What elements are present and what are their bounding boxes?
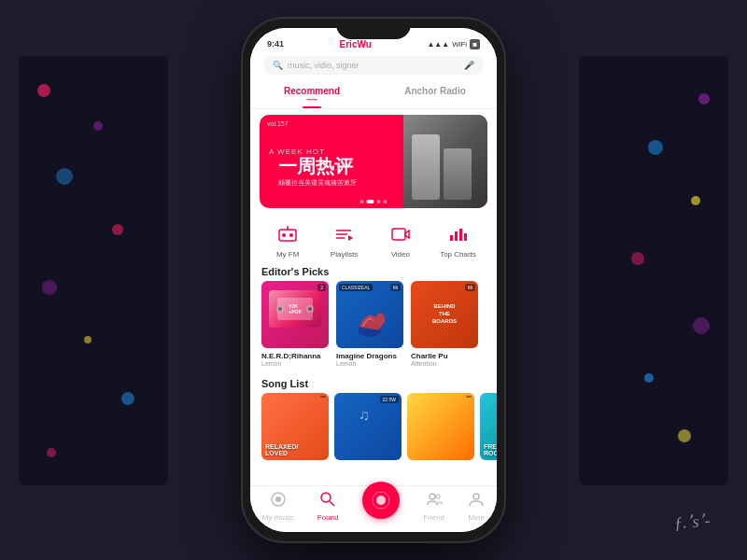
banner-pagination: [360, 200, 388, 203]
nav-item-found[interactable]: Found: [317, 491, 339, 522]
svg-point-21: [376, 496, 386, 505]
friend-icon: [426, 491, 443, 511]
status-time: 9:41: [267, 39, 284, 49]
nav-label-found: Found: [317, 513, 339, 522]
search-input[interactable]: music, vidio, signer: [288, 61, 459, 70]
svg-point-18: [321, 493, 331, 502]
pick-cover-2: CLASSIZEAL Mi: [336, 281, 403, 348]
quick-label-myfm: My FM: [276, 250, 299, 259]
dot: [56, 168, 73, 185]
nav-item-play[interactable]: [362, 495, 400, 519]
dot: [121, 392, 134, 405]
quick-item-playlists[interactable]: Playlists: [327, 221, 360, 259]
song-card-3[interactable]: [407, 393, 474, 460]
dot: [84, 336, 92, 343]
pick-item-2[interactable]: CLASSIZEAL Mi Imagine Dragons Lemon: [336, 281, 403, 367]
tab-wave-icon: 〜〜: [250, 96, 374, 105]
song-card-4[interactable]: FREEZINGROCK: [480, 393, 497, 460]
dot: [93, 121, 103, 131]
search-bar[interactable]: 🔍 music, vidio, signer 🎤: [263, 56, 484, 75]
svg-rect-12: [459, 229, 462, 241]
pick-cover-3: Mi BEHINDTHEBOARDS: [411, 281, 478, 348]
pick-cover-1: Y2K+POP 2: [261, 281, 329, 348]
nav-item-friend[interactable]: Friend: [423, 491, 444, 522]
svg-point-24: [473, 494, 479, 499]
pick-item-3[interactable]: Mi BEHINDTHEBOARDS Charlie Pu Attention: [411, 281, 478, 367]
tab-anchor-radio[interactable]: Anchor Radio: [374, 80, 497, 108]
play-button[interactable]: [362, 482, 400, 519]
right-dot-panel: [579, 56, 728, 485]
svg-rect-11: [455, 231, 458, 241]
dot: [644, 373, 654, 383]
dot: [648, 140, 663, 155]
scroll-spacer: [250, 468, 497, 483]
banner-dot: [384, 200, 388, 203]
banner-dot: [377, 200, 381, 203]
banner-subtitle: 颠覆担当美谱灵魂痛苦漱牙: [269, 178, 487, 188]
nav-label-mymusic: My music: [262, 513, 294, 522]
search-icon: 🔍: [273, 61, 283, 70]
nav-label-mine: Mine: [469, 513, 485, 522]
quick-item-charts[interactable]: Top Charts: [440, 221, 476, 259]
phone-frame: 9:41 EricWu ▲▲▲ WiFi ■ 🔍 music, vidio, s…: [243, 19, 504, 541]
quick-label-playlists: Playlists: [331, 250, 358, 259]
phone-screen: 9:41 EricWu ▲▲▲ WiFi ■ 🔍 music, vidio, s…: [250, 28, 497, 532]
pick-tag-2: CLASSIZEAL: [339, 284, 373, 291]
song-card-label-4: FREEZINGROCK: [484, 443, 497, 456]
cassette-reel-left: [276, 305, 284, 313]
microphone-icon[interactable]: 🎤: [464, 61, 474, 70]
mymusic-icon: [270, 491, 287, 511]
quick-item-video[interactable]: Video: [384, 221, 417, 259]
nav-item-mine[interactable]: Mine: [468, 491, 485, 522]
song-card-plays-1: [320, 396, 326, 398]
quick-item-myfm[interactable]: My FM: [271, 221, 304, 259]
pick-title-1: N.E.R.D;Rihanna: [261, 352, 329, 360]
svg-rect-0: [279, 230, 296, 241]
app-header: 🔍 music, vidio, signer 🎤: [250, 54, 497, 80]
pick-sub-1: Lemon: [261, 360, 329, 367]
charts-icon: [441, 221, 474, 247]
dot: [678, 429, 691, 442]
svg-marker-7: [348, 235, 353, 241]
svg-text:♫: ♫: [359, 407, 370, 423]
quick-label-video: Video: [391, 250, 410, 259]
app-name-header: EricWu: [340, 39, 372, 49]
cassette-reel-right: [306, 305, 314, 313]
editor-picks-list: Y2K+POP 2 N.E.R.D;Rihanna Lemon CLASSIZE…: [250, 281, 497, 374]
banner[interactable]: vol.157 A WEEK HOT 一周热评 颠覆担当美谱灵魂痛苦漱牙: [260, 115, 487, 208]
banner-dot-active: [367, 200, 374, 203]
signal-icon: ▲▲▲: [427, 40, 449, 49]
song-list-header: Song List: [250, 374, 497, 393]
song-card-2[interactable]: 22.5W ♫: [334, 393, 402, 460]
phone-notch: [336, 19, 411, 39]
pick-plays-2: Mi: [390, 284, 401, 291]
wifi-icon: WiFi: [452, 40, 467, 49]
pick-plays-1: 2: [317, 284, 326, 291]
classical-art: [336, 298, 403, 344]
tab-recommend[interactable]: Recommend 〜〜: [250, 80, 374, 108]
music-note-art: ♫: [334, 402, 402, 440]
dot: [691, 196, 700, 205]
quick-label-charts: Top Charts: [440, 250, 476, 259]
pick-title-2: Imagine Dragons: [336, 352, 403, 360]
battery-icon: ■: [470, 39, 480, 49]
scroll-content[interactable]: vol.157 A WEEK HOT 一周热评 颠覆担当美谱灵魂痛苦漱牙: [250, 109, 497, 483]
song-list: RELAXED/LOVED 22.5W ♫ FREEZINGROCK: [250, 393, 497, 468]
svg-rect-8: [392, 229, 405, 240]
song-card-1[interactable]: RELAXED/LOVED: [261, 393, 329, 460]
pick-sub-2: Lemon: [336, 360, 403, 367]
banner-tag: A WEEK HOT: [269, 147, 487, 156]
banner-vol: vol.157: [267, 120, 289, 127]
pick-item-1[interactable]: Y2K+POP 2 N.E.R.D;Rihanna Lemon: [261, 281, 329, 367]
artist-signature: ƒ.ʼsʼ-: [673, 510, 711, 533]
nav-item-mymusic[interactable]: My music: [262, 491, 294, 522]
found-icon: [319, 491, 336, 511]
nav-label-friend: Friend: [423, 513, 444, 522]
quick-access: My FM Playlists Video: [250, 214, 497, 262]
editors-picks-header: Editor's Picks: [250, 262, 497, 281]
svg-rect-10: [450, 235, 453, 241]
svg-point-1: [282, 233, 286, 237]
svg-line-19: [330, 501, 334, 506]
left-dot-panel: [19, 56, 168, 485]
dot: [37, 84, 50, 97]
